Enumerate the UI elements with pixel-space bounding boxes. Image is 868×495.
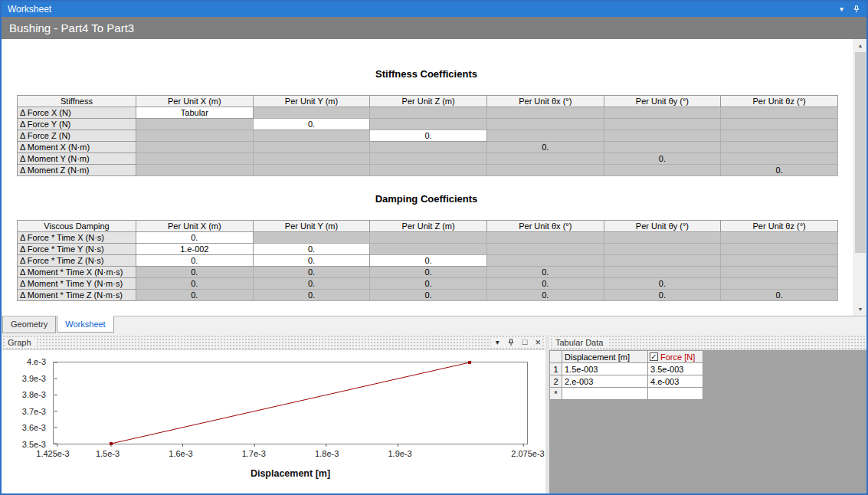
coeff-cell-disabled [486, 153, 604, 165]
coeff-cell-disabled [604, 107, 721, 119]
coeff-cell-disabled [721, 244, 838, 255]
coeff-cell-disabled: 0. [486, 142, 604, 153]
vertical-scrollbar[interactable]: ▲ ▼ [853, 39, 866, 316]
bottom-dock-area: Graph ▾ □ × 4.e-33.9e-33.8e-33.7e-33.6e-… [2, 335, 866, 493]
coeff-cell-disabled [721, 278, 838, 290]
tab-geometry[interactable]: Geometry [2, 316, 56, 333]
tabular-data-table: Displacement [m] ✓ Force [N] 11.5e-0033.… [549, 350, 703, 400]
row-label: Δ Force X (N) [18, 107, 136, 119]
tabular-row: * [550, 388, 703, 400]
force-column-label: Force [N] [660, 352, 695, 362]
tab-worksheet[interactable]: Worksheet [57, 316, 113, 333]
column-header-displacement[interactable]: Displacement [m] [562, 351, 648, 363]
row-number[interactable]: 2 [550, 375, 562, 388]
column-header: Per Unit θy (°) [604, 221, 721, 232]
data-cell[interactable]: 1.5e-003 [562, 363, 648, 375]
auto-hide-pin-icon[interactable] [853, 5, 860, 13]
scroll-down-button[interactable]: ▼ [854, 303, 866, 316]
coeff-cell-disabled: 0. [370, 278, 487, 290]
data-cell[interactable] [648, 388, 703, 400]
coeff-cell-disabled: 0. [486, 278, 604, 290]
data-cell[interactable]: 3.5e-003 [648, 363, 703, 375]
coeff-row: Δ Moment X (N·m)0. [18, 142, 838, 153]
x-tick-label: 1.9e-3 [388, 449, 411, 458]
coeff-cell-disabled: 0. [604, 290, 721, 301]
column-header-force[interactable]: ✓ Force [N] [648, 351, 703, 363]
coeff-cell-disabled: 0. [486, 267, 604, 278]
coeff-cell-disabled [486, 255, 604, 267]
window-position-menu-icon[interactable]: ▾ [840, 5, 843, 13]
coeff-cell-disabled [253, 165, 370, 176]
coeff-cell-disabled [486, 232, 604, 244]
column-header: Per Unit Y (m) [253, 221, 370, 232]
coeff-cell-disabled [604, 232, 721, 244]
column-header: Per Unit θy (°) [604, 96, 721, 107]
check-icon: ✓ [650, 352, 657, 361]
coeff-cell-disabled [370, 107, 487, 119]
coeff-cell-editable[interactable]: 0. [136, 255, 254, 267]
column-header: Per Unit θz (°) [721, 221, 838, 232]
scrollbar-thumb[interactable] [855, 52, 866, 253]
scrollbar-track[interactable] [854, 52, 866, 303]
graph-plot-svg [54, 362, 527, 444]
coeff-cell-disabled [370, 244, 487, 255]
tabular-row: 22.e-0034.e-003 [550, 375, 703, 388]
graph-maximize-icon[interactable]: □ [522, 338, 528, 346]
coeff-cell-editable[interactable]: 0. [370, 255, 487, 267]
coeff-cell-disabled [604, 130, 721, 142]
graph-pin-icon[interactable] [507, 339, 515, 346]
coeff-cell-disabled [604, 244, 721, 255]
coeff-cell-disabled [136, 142, 254, 153]
coeff-cell-editable[interactable]: 0. [136, 232, 254, 244]
coeff-row: Δ Force * Time X (N·s)0. [18, 232, 838, 244]
graph-menu-chevron-icon[interactable]: ▾ [496, 339, 500, 346]
row-number[interactable]: * [550, 388, 562, 400]
coeff-cell-disabled [253, 232, 370, 244]
coeff-cell-editable[interactable]: 0. [370, 130, 487, 142]
coeff-cell-editable[interactable]: Tabular [136, 107, 254, 119]
damping-table: Viscous DampingPer Unit X (m)Per Unit Y … [17, 220, 838, 301]
data-cell[interactable]: 2.e-003 [562, 375, 648, 388]
tabular-data-body: Displacement [m] ✓ Force [N] 11.5e-0033.… [549, 350, 866, 493]
chart-line [111, 362, 470, 444]
coeff-cell-disabled [370, 119, 487, 130]
scroll-up-button[interactable]: ▲ [854, 39, 866, 52]
x-tick-label: 1.6e-3 [169, 449, 192, 458]
row-label: Δ Force * Time X (N·s) [18, 232, 136, 244]
data-cell[interactable]: 4.e-003 [648, 375, 703, 388]
coeff-cell-editable[interactable]: 0. [253, 244, 370, 255]
graph-panel-titlebar: Graph ▾ □ × [2, 335, 545, 350]
coeff-cell-editable[interactable]: 1.e-002 [136, 244, 254, 255]
column-header: Per Unit X (m) [136, 96, 254, 107]
coeff-cell-disabled [604, 165, 721, 176]
graph-close-icon[interactable]: × [535, 337, 541, 347]
coeff-cell-disabled: 0. [370, 290, 487, 301]
pane-titlebar-icons: ▾ [840, 5, 860, 13]
stiffness-table: StiffnessPer Unit X (m)Per Unit Y (m)Per… [17, 95, 838, 176]
data-cell[interactable] [562, 388, 648, 400]
coeff-cell-disabled [253, 142, 370, 153]
row-label: Δ Moment Z (N·m) [18, 165, 136, 176]
coeff-cell-disabled [136, 165, 254, 176]
force-checkbox[interactable]: ✓ [650, 352, 658, 361]
row-number[interactable]: 1 [550, 363, 562, 375]
column-header: Per Unit θx (°) [486, 96, 604, 107]
coeff-cell-disabled [721, 107, 838, 119]
coeff-cell-disabled [370, 165, 487, 176]
coeff-cell-editable[interactable]: 0. [253, 255, 370, 267]
graph-panel: Graph ▾ □ × 4.e-33.9e-33.8e-33.7e-33.6e-… [2, 335, 545, 493]
coeff-cell-disabled [721, 255, 838, 267]
x-tick-label: 1.5e-3 [96, 449, 120, 458]
row-label: Δ Moment * Time Z (N·m·s) [18, 290, 136, 301]
pane-titlebar: Worksheet ▾ [2, 2, 866, 17]
worksheet-scroll-content: Stiffness Coefficients StiffnessPer Unit… [2, 39, 866, 301]
stiffness-title: Stiffness Coefficients [17, 68, 836, 80]
coeff-cell-editable[interactable]: 0. [253, 119, 370, 130]
y-tick-label: 3.5e-3 [22, 440, 46, 449]
row-label: Δ Force Z (N) [18, 130, 136, 142]
view-tabbar: Geometry Worksheet [2, 316, 866, 335]
coeff-cell-disabled: 0. [136, 278, 254, 290]
coeff-cell-disabled [370, 232, 487, 244]
chart-point-marker [468, 361, 471, 364]
tabular-header-row: Displacement [m] ✓ Force [N] [550, 351, 703, 363]
